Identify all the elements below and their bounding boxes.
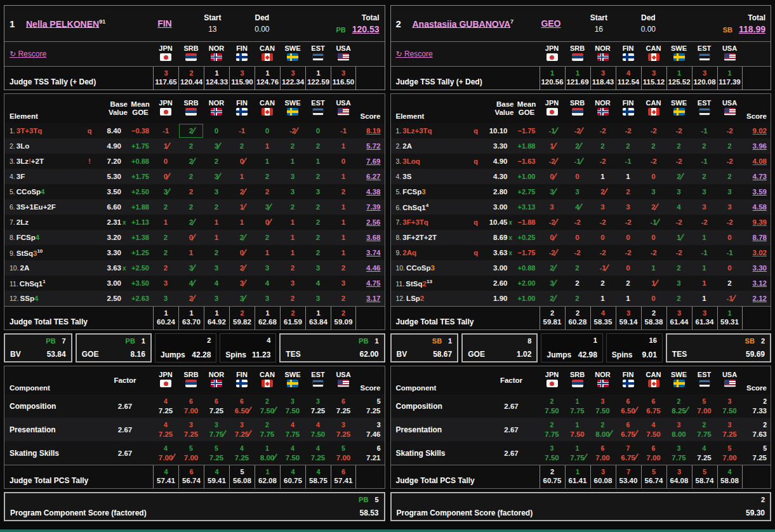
goe-cell[interactable]: 0 xyxy=(255,123,280,138)
total-score-link[interactable]: 118.99 xyxy=(739,24,765,34)
goe-cell[interactable]: 3 xyxy=(666,184,692,199)
element-score-link[interactable]: 8.78 xyxy=(753,234,767,241)
goe-cell[interactable]: 0 xyxy=(565,230,590,245)
goe-cell[interactable]: 4 xyxy=(204,276,229,291)
goe-cell[interactable]: 0 xyxy=(616,230,641,245)
goe-cell[interactable]: 1 xyxy=(666,230,692,245)
goe-cell[interactable]: 3 xyxy=(692,199,717,215)
component-mark-cell[interactable]: 2 7.50 xyxy=(255,397,280,415)
goe-cell[interactable]: 2 xyxy=(153,199,178,215)
goe-cell[interactable]: -2 xyxy=(666,215,692,230)
goe-cell[interactable]: 3 xyxy=(255,199,280,215)
goe-cell[interactable]: 1 xyxy=(590,291,616,306)
element-score-link[interactable]: 2.56 xyxy=(366,218,380,226)
goe-cell[interactable]: 4 xyxy=(305,276,331,291)
goe-cell[interactable]: 0 xyxy=(641,230,666,245)
goe-cell[interactable]: 2 xyxy=(666,138,692,154)
goe-cell[interactable]: 1 xyxy=(229,215,255,230)
element-score-link[interactable]: 9.39 xyxy=(753,218,767,226)
country-link[interactable]: FIN xyxy=(157,18,172,29)
goe-cell[interactable]: -2 xyxy=(616,123,641,138)
goe-cell[interactable]: 3 xyxy=(204,169,229,184)
goe-cell[interactable]: 2 xyxy=(255,230,280,245)
goe-cell[interactable]: 1 xyxy=(692,276,717,291)
goe-cell[interactable]: 3 xyxy=(616,199,641,215)
component-mark-cell[interactable]: 2 7.75 xyxy=(255,420,280,439)
goe-cell[interactable]: 1 xyxy=(255,245,280,260)
component-mark-cell[interactable]: 1 8.00 xyxy=(255,444,280,462)
goe-cell[interactable]: -1 xyxy=(331,123,356,138)
goe-cell[interactable]: -1 xyxy=(692,123,717,138)
component-mark-cell[interactable]: 4 7.75 xyxy=(280,420,305,439)
component-mark-cell[interactable]: 7 6.75 xyxy=(616,444,641,462)
goe-cell[interactable]: 1 xyxy=(331,245,356,260)
skater-name-link[interactable]: Anastasiia GUBANOVA xyxy=(413,18,511,29)
goe-cell[interactable]: 1 xyxy=(331,169,356,184)
component-mark-cell[interactable]: 3 7.50 xyxy=(590,397,616,415)
component-mark-cell[interactable]: 6 7.00 xyxy=(641,444,666,462)
goe-cell[interactable]: 0 xyxy=(153,169,178,184)
goe-cell[interactable]: 2 xyxy=(153,260,178,276)
element-score-link[interactable]: 4.73 xyxy=(753,173,767,180)
element-score-link[interactable]: 3.59 xyxy=(753,188,767,196)
goe-cell[interactable]: 2 xyxy=(178,184,204,199)
goe-cell[interactable]: 3 xyxy=(305,184,331,199)
component-mark-cell[interactable]: 6 7.00 xyxy=(178,397,204,415)
goe-cell[interactable]: -2 xyxy=(616,215,641,230)
goe-cell[interactable]: -1 xyxy=(717,291,743,306)
goe-cell[interactable]: 2 xyxy=(616,276,641,291)
goe-cell[interactable]: 1 xyxy=(616,169,641,184)
component-mark-cell[interactable]: 1 7.50 xyxy=(565,420,590,439)
goe-cell[interactable]: 2 xyxy=(717,138,743,154)
goe-cell[interactable]: 3 xyxy=(204,138,229,154)
goe-cell[interactable]: -2 xyxy=(540,215,565,230)
component-mark-cell[interactable]: 5 7.25 xyxy=(204,444,229,462)
goe-cell[interactable]: -2 xyxy=(641,123,666,138)
goe-cell[interactable]: 0 xyxy=(153,154,178,169)
goe-cell[interactable]: 3 xyxy=(229,291,255,306)
goe-cell[interactable]: 1 xyxy=(331,138,356,154)
element-score-link[interactable]: 3.17 xyxy=(366,295,380,302)
goe-cell[interactable]: 3 xyxy=(280,169,305,184)
goe-cell[interactable]: -2 xyxy=(717,123,743,138)
component-mark-cell[interactable]: 5 7.00 xyxy=(692,397,717,415)
goe-cell[interactable]: 2 xyxy=(305,230,331,245)
goe-cell[interactable]: 2 xyxy=(692,138,717,154)
country-link[interactable]: GEO xyxy=(541,18,560,29)
goe-cell[interactable]: 2 xyxy=(565,276,590,291)
component-mark-cell[interactable]: 4 7.25 xyxy=(153,420,178,439)
goe-cell[interactable]: 2 xyxy=(305,245,331,260)
goe-cell[interactable]: 1 xyxy=(280,245,305,260)
goe-cell[interactable]: 2 xyxy=(178,291,204,306)
goe-cell[interactable]: 2 xyxy=(178,154,204,169)
element-score-link[interactable]: 3.96 xyxy=(753,142,767,150)
element-score-link[interactable]: 3.02 xyxy=(753,249,767,256)
component-mark-cell[interactable]: 4 7.50 xyxy=(280,444,305,462)
goe-cell[interactable]: -1 xyxy=(616,154,641,169)
goe-cell[interactable]: 3 xyxy=(590,199,616,215)
goe-cell[interactable]: 2 xyxy=(666,169,692,184)
component-mark-cell[interactable]: 2 8.00 xyxy=(590,420,616,439)
goe-cell[interactable]: 2 xyxy=(331,184,356,199)
goe-cell[interactable]: 3 xyxy=(540,199,565,215)
goe-cell[interactable]: 2 xyxy=(255,169,280,184)
goe-cell[interactable]: 0 xyxy=(590,230,616,245)
goe-cell[interactable]: 1 xyxy=(153,138,178,154)
goe-cell[interactable]: -1 xyxy=(153,123,178,138)
goe-cell[interactable]: 1 xyxy=(204,215,229,230)
goe-cell[interactable]: 2 xyxy=(717,276,743,291)
goe-cell[interactable]: 0 xyxy=(616,260,641,276)
goe-cell[interactable]: -2 xyxy=(590,245,616,260)
goe-cell[interactable]: 2 xyxy=(178,138,204,154)
goe-cell[interactable]: 1 xyxy=(331,230,356,245)
goe-cell[interactable]: 3 xyxy=(666,276,692,291)
goe-cell[interactable]: 2 xyxy=(331,291,356,306)
goe-cell[interactable]: 0 xyxy=(178,230,204,245)
goe-cell[interactable]: 3 xyxy=(204,291,229,306)
goe-cell[interactable]: 1 xyxy=(692,291,717,306)
component-mark-cell[interactable]: 3 7.25 xyxy=(717,420,743,439)
component-mark-cell[interactable]: 3 7.75 xyxy=(666,444,692,462)
goe-cell[interactable]: -2 xyxy=(616,245,641,260)
goe-cell[interactable]: -1 xyxy=(229,123,255,138)
component-mark-cell[interactable]: 4 7.50 xyxy=(641,420,666,439)
